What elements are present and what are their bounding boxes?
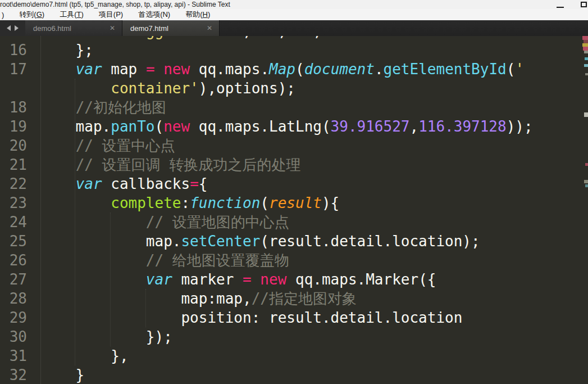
line-number: 20: [0, 136, 27, 155]
code-lines: gg , . , . , . ..16 };17 var map = new q…: [0, 36, 581, 384]
code-line[interactable]: 26 // 给地图设置覆盖物: [0, 251, 581, 270]
minimap-block: [582, 36, 588, 40]
code-line[interactable]: 19 map.panTo(new qq.maps.LatLng(39.91652…: [0, 117, 581, 136]
code-text: // 设置地图的中心点: [40, 213, 289, 232]
tab-close-icon[interactable]: ✕: [108, 24, 117, 33]
tab-label: demo7.html: [122, 24, 168, 33]
line-number: 27: [0, 270, 27, 289]
code-text: complete:function(result){: [40, 193, 339, 213]
minimap-block: [584, 180, 588, 183]
code-text: },: [40, 346, 129, 365]
minimap-block: [584, 51, 588, 53]
code-line[interactable]: 24 // 设置地图的中心点: [0, 213, 581, 232]
tab-bar-filler: [220, 20, 588, 36]
code-line[interactable]: 17 var map = new qq.maps.Map(document.ge…: [0, 60, 581, 79]
menubar-items: )转到(G)工具(T)项目(P)首选项(N)帮助(H): [0, 9, 588, 20]
line-number: 32: [0, 365, 27, 384]
code-line[interactable]: 23 complete:function(result){: [0, 193, 581, 213]
menu-item[interactable]: 工具(T): [60, 10, 84, 20]
code-text: container'),options);: [40, 79, 295, 98]
code-line[interactable]: 30 });: [0, 327, 581, 346]
minimap-block: [584, 112, 588, 117]
code-text: map:map,//指定地图对象: [40, 289, 357, 308]
minimap-block: [585, 57, 588, 60]
menu-item[interactable]: ): [2, 11, 4, 19]
line-number: 26: [0, 251, 27, 270]
line-number: 19: [0, 117, 27, 136]
line-number: 29: [0, 308, 27, 327]
code-text: var marker = new qq.maps.Marker({: [40, 270, 436, 289]
line-number: 16: [0, 40, 27, 60]
minimap-block: [584, 64, 588, 67]
line-number: 21: [0, 155, 27, 174]
minimap-block: [585, 184, 588, 187]
line-number: 22: [0, 174, 27, 193]
code-line[interactable]: 28 map:map,//指定地图对象: [0, 289, 581, 308]
minimize-button-icon[interactable]: [557, 7, 564, 8]
tab-strip: demo6.html✕demo7.html✕: [25, 20, 220, 36]
tab-demo6.html[interactable]: demo6.html✕: [25, 20, 122, 36]
tab-label: demo6.html: [25, 24, 71, 33]
line-number: 28: [0, 289, 27, 308]
code-text: map.setCenter(result.detail.location);: [40, 232, 480, 251]
code-line[interactable]: 29 position: result.detail.location: [0, 308, 581, 327]
code-text: gg , . , . , . ..: [40, 36, 436, 40]
tab-scroll-nav: [0, 20, 25, 36]
code-text: position: result.detail.location: [40, 308, 462, 327]
minimap-block: [585, 73, 588, 75]
menu-item[interactable]: 转到(G): [19, 10, 44, 20]
menu-item[interactable]: 项目(P): [99, 10, 123, 20]
tab-demo7.html[interactable]: demo7.html✕: [122, 20, 220, 36]
code-text: //初始化地图: [40, 98, 166, 117]
line-number: [0, 36, 27, 40]
line-number: 24: [0, 213, 27, 232]
code-line[interactable]: 27 var marker = new qq.maps.Marker({: [0, 270, 581, 289]
tab-close-icon[interactable]: ✕: [205, 24, 214, 33]
code-text: // 设置回调 转换成功之后的处理: [40, 155, 300, 174]
code-text: }: [40, 365, 84, 384]
code-line[interactable]: 18 //初始化地图: [0, 98, 581, 117]
line-number: 17: [0, 60, 27, 79]
code-text: map.panTo(new qq.maps.LatLng(39.916527,1…: [40, 117, 533, 136]
line-number: 25: [0, 232, 27, 251]
menu-item[interactable]: 首选项(N): [138, 10, 170, 20]
code-line[interactable]: container'),options);: [0, 79, 581, 98]
menu-item[interactable]: 帮助(H): [185, 10, 210, 20]
title-bar: root\demo\demo7.html (tp5, tp5_manage, s…: [0, 0, 588, 9]
code-text: // 给地图设置覆盖物: [40, 251, 289, 270]
editor-surface[interactable]: gg , . , . , . ..16 };17 var map = new q…: [0, 36, 588, 384]
line-number: 18: [0, 98, 27, 117]
line-number: [0, 79, 27, 98]
tab-scroll-left-icon[interactable]: [7, 25, 11, 31]
code-line[interactable]: 16 };: [0, 40, 581, 60]
maximize-button-icon[interactable]: [581, 2, 587, 7]
code-text: var callbacks={: [40, 174, 207, 193]
code-line[interactable]: 22 var callbacks={: [0, 174, 581, 193]
code-line[interactable]: 20 // 设置中心点: [0, 136, 581, 155]
code-line[interactable]: 21 // 设置回调 转换成功之后的处理: [0, 155, 581, 174]
code-text: var map = new qq.maps.Map(document.getEl…: [40, 60, 524, 79]
code-line[interactable]: gg , . , . , . ..: [0, 36, 581, 40]
line-number: 23: [0, 193, 27, 213]
code-text: });: [40, 327, 172, 346]
minimap-block: [585, 163, 588, 166]
code-text: // 设置中心点: [40, 136, 175, 155]
line-number: 31: [0, 346, 27, 365]
window-title: root\demo\demo7.html (tp5, tp5_manage, s…: [0, 1, 230, 8]
code-text: };: [40, 40, 93, 60]
code-line[interactable]: 32 }: [0, 365, 581, 384]
tab-scroll-right-icon[interactable]: [15, 25, 19, 31]
code-line[interactable]: 25 map.setCenter(result.detail.location)…: [0, 232, 581, 251]
code-line[interactable]: 31 },: [0, 346, 581, 365]
minimap-block: [583, 47, 588, 51]
minimap[interactable]: [582, 36, 588, 384]
tab-bar: demo6.html✕demo7.html✕: [0, 20, 588, 36]
line-number: 30: [0, 327, 27, 346]
